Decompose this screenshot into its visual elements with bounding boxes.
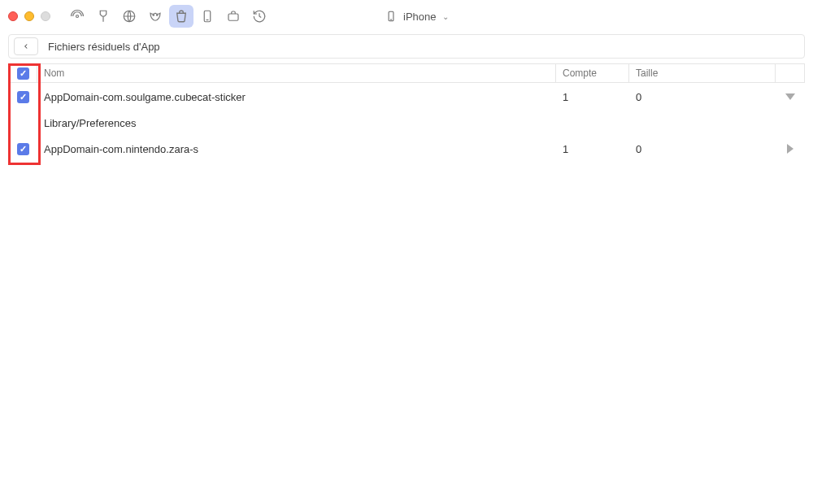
svg-point-0 — [76, 15, 79, 18]
mask-icon[interactable] — [143, 5, 167, 28]
chevron-left-icon — [22, 42, 30, 50]
row-checkbox-cell[interactable] — [8, 83, 37, 111]
master-checkbox-cell[interactable] — [8, 63, 37, 83]
row-expand[interactable] — [776, 135, 805, 163]
trash-icon[interactable] — [169, 5, 193, 28]
page-title: Fichiers résiduels d'App — [48, 41, 160, 53]
phone-icon[interactable] — [195, 5, 220, 28]
col-size[interactable]: Taille — [629, 63, 776, 83]
chevron-down-icon: ⌄ — [442, 12, 449, 21]
row-name: AppDomain-com.nintendo.zara-s — [37, 135, 556, 163]
globe-icon[interactable] — [117, 5, 141, 28]
row-expand[interactable] — [776, 83, 805, 111]
svg-rect-6 — [228, 14, 238, 20]
device-selector[interactable]: iPhone ⌄ — [377, 5, 457, 28]
table-header-row: Nom Compte Taille — [8, 63, 805, 83]
window-controls — [8, 11, 50, 21]
row-count: 1 — [556, 83, 629, 111]
row-size: 0 — [629, 135, 776, 163]
master-checkbox[interactable] — [17, 67, 29, 80]
minimize-window-button[interactable] — [24, 11, 34, 21]
table-row[interactable]: AppDomain-com.soulgame.cubecat-sticker 1… — [8, 83, 805, 111]
device-label: iPhone — [403, 11, 436, 23]
titlebar: iPhone ⌄ — [0, 0, 813, 33]
row-size: 0 — [629, 83, 776, 111]
brush-icon[interactable] — [91, 5, 115, 28]
triangle-right-icon — [787, 144, 793, 154]
briefcase-icon[interactable] — [221, 5, 246, 28]
col-name[interactable]: Nom — [37, 63, 556, 83]
row-checkbox[interactable] — [17, 143, 29, 155]
col-expand — [776, 63, 805, 83]
toolbar-icons — [65, 5, 272, 28]
back-button[interactable] — [14, 37, 38, 55]
svg-point-3 — [157, 15, 159, 16]
row-name: AppDomain-com.soulgame.cubecat-sticker — [37, 83, 556, 111]
device-phone-icon — [385, 11, 397, 22]
maximize-window-button[interactable] — [41, 11, 50, 21]
table-row[interactable]: AppDomain-com.nintendo.zara-s 1 0 — [8, 135, 805, 163]
page-header: Fichiers résiduels d'App — [8, 34, 805, 59]
svg-point-2 — [153, 15, 154, 16]
row-checkbox[interactable] — [17, 91, 29, 103]
close-window-button[interactable] — [8, 11, 18, 21]
file-table: Nom Compte Taille AppDomain-com.soulgame… — [8, 63, 805, 163]
subrow-name: Library/Preferences — [37, 111, 556, 135]
row-checkbox-cell[interactable] — [8, 135, 37, 163]
row-count: 1 — [556, 135, 629, 163]
history-icon[interactable] — [247, 5, 272, 28]
col-count[interactable]: Compte — [556, 63, 629, 83]
table-subrow[interactable]: Library/Preferences — [8, 111, 805, 135]
triangle-down-icon — [785, 93, 795, 100]
broadcast-icon[interactable] — [65, 5, 89, 28]
